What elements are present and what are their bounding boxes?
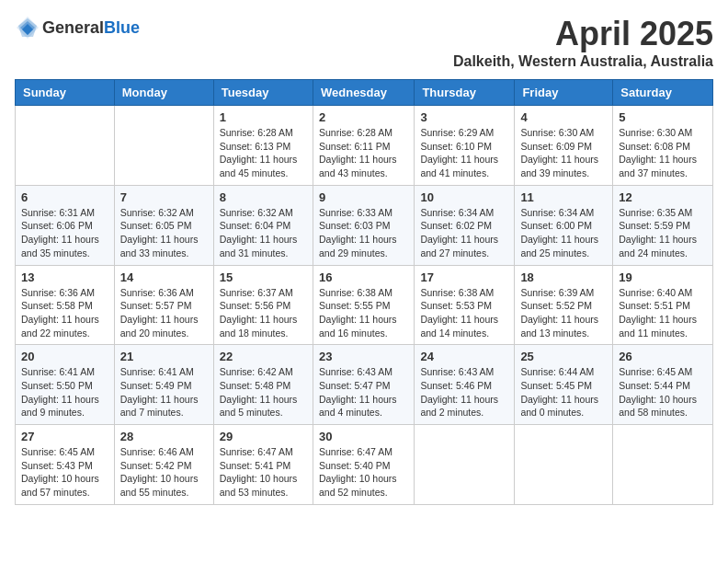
day-number: 4	[520, 110, 607, 124]
day-info: Sunrise: 6:28 AMSunset: 6:13 PMDaylight:…	[220, 126, 307, 180]
day-number: 12	[619, 190, 707, 204]
day-info: Sunrise: 6:32 AMSunset: 6:05 PMDaylight:…	[120, 206, 208, 260]
calendar-week-3: 13Sunrise: 6:36 AMSunset: 5:58 PMDayligh…	[16, 265, 713, 345]
day-number: 17	[420, 270, 508, 284]
day-info: Sunrise: 6:39 AMSunset: 5:52 PMDaylight:…	[520, 286, 607, 340]
calendar-cell: 10Sunrise: 6:34 AMSunset: 6:02 PMDayligh…	[415, 185, 515, 265]
calendar-cell: 11Sunrise: 6:34 AMSunset: 6:00 PMDayligh…	[515, 185, 613, 265]
day-number: 22	[220, 350, 307, 363]
day-number: 7	[120, 190, 208, 204]
day-header-tuesday: Tuesday	[213, 80, 313, 106]
day-info: Sunrise: 6:37 AMSunset: 5:56 PMDaylight:…	[220, 286, 307, 340]
day-number: 25	[520, 350, 607, 363]
day-number: 11	[520, 190, 607, 204]
calendar-week-4: 20Sunrise: 6:41 AMSunset: 5:50 PMDayligh…	[16, 345, 713, 425]
day-number: 27	[21, 430, 108, 443]
day-number: 8	[220, 190, 307, 204]
day-number: 1	[220, 110, 307, 124]
day-number: 3	[420, 110, 508, 124]
calendar-cell: 16Sunrise: 6:38 AMSunset: 5:55 PMDayligh…	[313, 265, 414, 345]
logo-text: GeneralBlue	[42, 18, 140, 38]
day-info: Sunrise: 6:31 AMSunset: 6:06 PMDaylight:…	[21, 206, 108, 260]
day-number: 29	[220, 430, 307, 443]
day-info: Sunrise: 6:36 AMSunset: 5:57 PMDaylight:…	[120, 286, 208, 340]
calendar-cell: 17Sunrise: 6:38 AMSunset: 5:53 PMDayligh…	[415, 265, 515, 345]
calendar-cell: 1Sunrise: 6:28 AMSunset: 6:13 PMDaylight…	[213, 106, 313, 186]
day-info: Sunrise: 6:41 AMSunset: 5:50 PMDaylight:…	[21, 365, 108, 419]
calendar-cell: 4Sunrise: 6:30 AMSunset: 6:09 PMDaylight…	[515, 106, 613, 186]
day-header-sunday: Sunday	[16, 80, 115, 106]
day-number: 16	[319, 270, 408, 284]
calendar-cell: 6Sunrise: 6:31 AMSunset: 6:06 PMDaylight…	[16, 185, 115, 265]
day-info: Sunrise: 6:29 AMSunset: 6:10 PMDaylight:…	[420, 126, 508, 180]
day-info: Sunrise: 6:34 AMSunset: 6:02 PMDaylight:…	[420, 206, 508, 260]
month-title: April 2025	[453, 15, 713, 53]
day-info: Sunrise: 6:36 AMSunset: 5:58 PMDaylight:…	[21, 286, 108, 340]
day-number: 6	[21, 190, 108, 204]
logo: GeneralBlue	[15, 15, 140, 40]
day-number: 21	[120, 350, 208, 363]
calendar-cell: 21Sunrise: 6:41 AMSunset: 5:49 PMDayligh…	[114, 345, 213, 425]
day-info: Sunrise: 6:45 AMSunset: 5:43 PMDaylight:…	[21, 445, 108, 500]
calendar-cell: 27Sunrise: 6:45 AMSunset: 5:43 PMDayligh…	[16, 425, 115, 505]
day-number: 30	[319, 430, 408, 443]
calendar-cell: 24Sunrise: 6:43 AMSunset: 5:46 PMDayligh…	[415, 345, 515, 425]
day-info: Sunrise: 6:38 AMSunset: 5:53 PMDaylight:…	[420, 286, 508, 340]
calendar-cell	[515, 425, 613, 505]
day-info: Sunrise: 6:33 AMSunset: 6:03 PMDaylight:…	[319, 206, 408, 260]
calendar-cell: 30Sunrise: 6:47 AMSunset: 5:40 PMDayligh…	[313, 425, 414, 505]
calendar-week-2: 6Sunrise: 6:31 AMSunset: 6:06 PMDaylight…	[16, 185, 713, 265]
day-info: Sunrise: 6:35 AMSunset: 5:59 PMDaylight:…	[619, 206, 707, 260]
calendar-week-1: 1Sunrise: 6:28 AMSunset: 6:13 PMDaylight…	[16, 106, 713, 186]
title-block: April 2025 Dalkeith, Western Australia, …	[453, 15, 713, 70]
logo-icon	[15, 15, 40, 40]
logo-general: General	[42, 18, 104, 37]
calendar-cell: 25Sunrise: 6:44 AMSunset: 5:45 PMDayligh…	[515, 345, 613, 425]
calendar-cell: 7Sunrise: 6:32 AMSunset: 6:05 PMDaylight…	[114, 185, 213, 265]
day-info: Sunrise: 6:28 AMSunset: 6:11 PMDaylight:…	[319, 126, 408, 180]
calendar-cell: 22Sunrise: 6:42 AMSunset: 5:48 PMDayligh…	[213, 345, 313, 425]
day-info: Sunrise: 6:42 AMSunset: 5:48 PMDaylight:…	[220, 365, 307, 419]
calendar-cell: 9Sunrise: 6:33 AMSunset: 6:03 PMDaylight…	[313, 185, 414, 265]
day-number: 23	[319, 350, 408, 363]
day-number: 13	[21, 270, 108, 284]
day-info: Sunrise: 6:44 AMSunset: 5:45 PMDaylight:…	[520, 365, 607, 419]
day-number: 28	[120, 430, 208, 443]
day-number: 9	[319, 190, 408, 204]
calendar-header-row: SundayMondayTuesdayWednesdayThursdayFrid…	[16, 80, 713, 106]
day-number: 20	[21, 350, 108, 363]
day-number: 18	[520, 270, 607, 284]
day-info: Sunrise: 6:47 AMSunset: 5:40 PMDaylight:…	[319, 445, 408, 500]
calendar-cell: 5Sunrise: 6:30 AMSunset: 6:08 PMDaylight…	[613, 106, 713, 186]
day-info: Sunrise: 6:43 AMSunset: 5:47 PMDaylight:…	[319, 365, 408, 419]
calendar-cell: 18Sunrise: 6:39 AMSunset: 5:52 PMDayligh…	[515, 265, 613, 345]
location-title: Dalkeith, Western Australia, Australia	[453, 53, 713, 70]
calendar-cell: 8Sunrise: 6:32 AMSunset: 6:04 PMDaylight…	[213, 185, 313, 265]
calendar-week-5: 27Sunrise: 6:45 AMSunset: 5:43 PMDayligh…	[16, 425, 713, 505]
calendar-cell: 3Sunrise: 6:29 AMSunset: 6:10 PMDaylight…	[415, 106, 515, 186]
day-info: Sunrise: 6:30 AMSunset: 6:08 PMDaylight:…	[619, 126, 707, 180]
calendar-cell: 23Sunrise: 6:43 AMSunset: 5:47 PMDayligh…	[313, 345, 414, 425]
day-info: Sunrise: 6:38 AMSunset: 5:55 PMDaylight:…	[319, 286, 408, 340]
logo-blue: Blue	[104, 18, 140, 37]
calendar-cell: 15Sunrise: 6:37 AMSunset: 5:56 PMDayligh…	[213, 265, 313, 345]
day-header-monday: Monday	[114, 80, 213, 106]
day-number: 5	[619, 110, 707, 124]
day-info: Sunrise: 6:34 AMSunset: 6:00 PMDaylight:…	[520, 206, 607, 260]
day-info: Sunrise: 6:30 AMSunset: 6:09 PMDaylight:…	[520, 126, 607, 180]
day-info: Sunrise: 6:45 AMSunset: 5:44 PMDaylight:…	[619, 365, 707, 419]
day-info: Sunrise: 6:41 AMSunset: 5:49 PMDaylight:…	[120, 365, 208, 419]
day-header-friday: Friday	[515, 80, 613, 106]
calendar-cell: 13Sunrise: 6:36 AMSunset: 5:58 PMDayligh…	[16, 265, 115, 345]
calendar-cell: 20Sunrise: 6:41 AMSunset: 5:50 PMDayligh…	[16, 345, 115, 425]
calendar-cell: 12Sunrise: 6:35 AMSunset: 5:59 PMDayligh…	[613, 185, 713, 265]
day-number: 10	[420, 190, 508, 204]
calendar-cell: 26Sunrise: 6:45 AMSunset: 5:44 PMDayligh…	[613, 345, 713, 425]
calendar-cell: 14Sunrise: 6:36 AMSunset: 5:57 PMDayligh…	[114, 265, 213, 345]
day-info: Sunrise: 6:47 AMSunset: 5:41 PMDaylight:…	[220, 445, 307, 500]
calendar-cell: 28Sunrise: 6:46 AMSunset: 5:42 PMDayligh…	[114, 425, 213, 505]
calendar-cell	[415, 425, 515, 505]
calendar-cell	[16, 106, 115, 186]
day-info: Sunrise: 6:43 AMSunset: 5:46 PMDaylight:…	[420, 365, 508, 419]
calendar-cell: 2Sunrise: 6:28 AMSunset: 6:11 PMDaylight…	[313, 106, 414, 186]
